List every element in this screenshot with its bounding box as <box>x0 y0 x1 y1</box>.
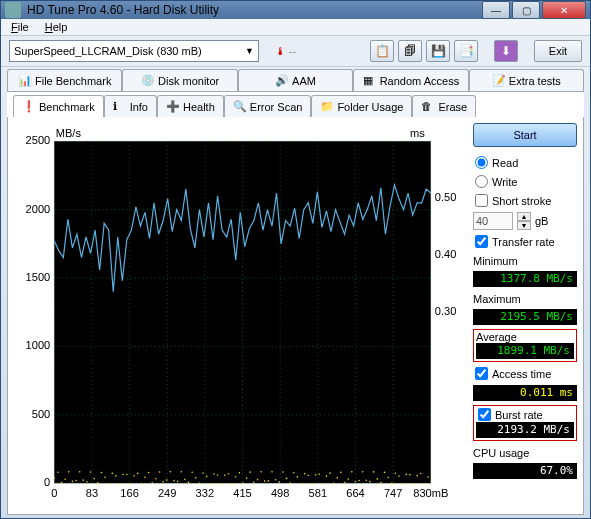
svg-point-86 <box>220 483 222 485</box>
tab-folder-usage[interactable]: 📁Folder Usage <box>311 95 412 117</box>
svg-point-133 <box>391 483 393 485</box>
access-time-checkbox[interactable]: Access time <box>473 366 577 381</box>
svg-point-103 <box>282 471 284 473</box>
burst-rate-checkbox[interactable]: Burst rate <box>476 407 574 422</box>
transfer-rate-checkbox[interactable]: Transfer rate <box>473 234 577 249</box>
svg-point-99 <box>268 480 270 482</box>
tab-disk-monitor[interactable]: 💿Disk monitor <box>122 69 237 91</box>
svg-point-139 <box>413 483 415 485</box>
svg-text:MB/s: MB/s <box>56 127 82 139</box>
menu-help[interactable]: Help <box>41 19 72 35</box>
maximum-value: 2195.5 MB/s <box>473 309 577 325</box>
tab-benchmark[interactable]: ❗Benchmark <box>13 95 104 117</box>
tab-random-access[interactable]: ▦Random Access <box>353 69 468 91</box>
svg-point-45 <box>72 481 74 483</box>
tab-aam[interactable]: 🔊AAM <box>238 69 353 91</box>
svg-text:249: 249 <box>158 487 176 499</box>
svg-point-137 <box>405 474 407 476</box>
svg-point-68 <box>155 478 157 480</box>
svg-point-117 <box>333 483 335 485</box>
tab-health[interactable]: ➕Health <box>157 95 224 117</box>
svg-point-58 <box>119 483 121 485</box>
menu-file[interactable]: File <box>7 19 33 35</box>
svg-point-121 <box>347 478 349 480</box>
svg-point-124 <box>358 480 360 482</box>
average-box: Average 1899.1 MB/s <box>473 329 577 362</box>
close-button[interactable]: ✕ <box>542 1 586 19</box>
svg-point-77 <box>188 482 190 484</box>
temperature-value: -- <box>289 45 296 57</box>
svg-point-142 <box>424 483 426 485</box>
short-stroke-checkbox[interactable]: Short stroke <box>473 193 577 208</box>
dropdown-arrow-icon: ▼ <box>245 46 254 56</box>
svg-point-97 <box>260 471 262 473</box>
svg-point-113 <box>318 473 320 475</box>
svg-point-92 <box>242 482 244 484</box>
svg-point-44 <box>68 471 70 473</box>
copy-info-button[interactable]: 📋 <box>370 40 394 62</box>
svg-point-134 <box>395 472 397 474</box>
tab-info[interactable]: ℹInfo <box>104 95 157 117</box>
side-panel: Start Read Write Short stroke ▲▼ gB Tran… <box>473 123 577 508</box>
content-area: 050010001500200025000.300.400.5008316624… <box>7 117 584 515</box>
save-button[interactable]: 💾 <box>426 40 450 62</box>
svg-point-141 <box>420 473 422 475</box>
exit-button[interactable]: Exit <box>534 40 582 62</box>
svg-text:2500: 2500 <box>26 134 51 146</box>
svg-point-130 <box>380 482 382 484</box>
svg-point-127 <box>369 481 371 483</box>
svg-text:1500: 1500 <box>26 271 51 283</box>
cpu-usage-value: 67.0% <box>473 463 577 479</box>
svg-point-74 <box>177 481 179 483</box>
maximum-label: Maximum <box>473 291 577 305</box>
maximize-button[interactable]: ▢ <box>512 1 540 19</box>
titlebar[interactable]: HD Tune Pro 4.60 - Hard Disk Utility — ▢… <box>1 1 590 19</box>
tab-file-benchmark[interactable]: 📊File Benchmark <box>7 69 122 91</box>
app-icon <box>5 2 21 18</box>
svg-point-66 <box>148 472 150 474</box>
svg-text:332: 332 <box>196 487 214 499</box>
svg-point-91 <box>239 472 241 474</box>
svg-point-135 <box>398 475 400 477</box>
access-time-value: 0.011 ms <box>473 385 577 401</box>
extra-tests-icon: 📝 <box>492 74 505 87</box>
read-radio[interactable]: Read <box>473 155 577 170</box>
minimize-button[interactable]: — <box>482 1 510 19</box>
options-button[interactable]: 📑 <box>454 40 478 62</box>
svg-point-82 <box>206 476 208 478</box>
svg-point-40 <box>53 477 55 479</box>
svg-text:0: 0 <box>44 476 50 488</box>
magnifier-icon: 🔍 <box>233 100 246 113</box>
stroke-input[interactable] <box>473 212 513 230</box>
benchmark-chart: 050010001500200025000.300.400.5008316624… <box>14 123 467 508</box>
svg-point-111 <box>311 483 313 485</box>
start-button[interactable]: Start <box>473 123 577 147</box>
drive-select[interactable]: SuperSpeed_LLCRAM_Disk (830 mB) ▼ <box>9 40 259 62</box>
svg-point-90 <box>235 476 237 478</box>
tab-extra-tests[interactable]: 📝Extra tests <box>469 69 584 91</box>
toolbar: SuperSpeed_LLCRAM_Disk (830 mB) ▼ 🌡 -- 📋… <box>1 36 590 67</box>
action-button[interactable]: ⬇ <box>494 40 518 62</box>
svg-point-95 <box>253 481 255 483</box>
write-radio[interactable]: Write <box>473 174 577 189</box>
svg-point-75 <box>180 471 182 473</box>
speaker-icon: 🔊 <box>275 74 288 87</box>
svg-point-71 <box>166 479 168 481</box>
stroke-spinner[interactable]: ▲▼ <box>517 212 531 230</box>
svg-text:0.40: 0.40 <box>435 248 457 260</box>
random-icon: ▦ <box>363 74 376 87</box>
tab-error-scan[interactable]: 🔍Error Scan <box>224 95 312 117</box>
svg-point-73 <box>173 480 175 482</box>
svg-point-63 <box>137 473 139 475</box>
svg-point-47 <box>79 471 81 473</box>
svg-point-80 <box>199 482 201 484</box>
tab-erase[interactable]: 🗑Erase <box>412 95 476 117</box>
svg-point-43 <box>64 478 66 480</box>
copy-screenshot-button[interactable]: 🗐 <box>398 40 422 62</box>
svg-point-79 <box>195 477 197 479</box>
svg-point-122 <box>351 471 353 473</box>
minimum-value: 1377.8 MB/s <box>473 271 577 287</box>
menubar: File Help <box>1 19 590 36</box>
svg-point-62 <box>133 475 135 477</box>
svg-point-112 <box>315 474 317 476</box>
